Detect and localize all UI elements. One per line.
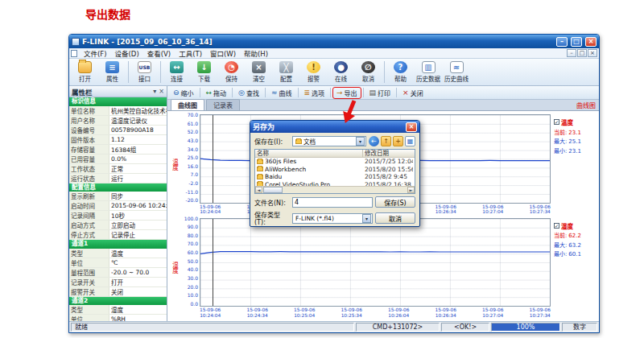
properties-panel-title: 属性栏	[72, 87, 93, 97]
chart-toolbar-curve-button[interactable]: ≈曲线	[268, 88, 295, 98]
chart-toolbar-close-button[interactable]: ×关闭	[399, 88, 427, 98]
chart-cursor[interactable]	[213, 115, 213, 203]
toolbar-online-button[interactable]: ●在线	[328, 60, 354, 84]
toolbar-button-label: 属性	[106, 74, 118, 83]
folder-icon	[257, 159, 263, 164]
up-folder-icon[interactable]: ↑	[381, 136, 391, 146]
save-button[interactable]: 保存(S)	[375, 196, 415, 208]
chevron-down-icon[interactable]: ▾	[362, 214, 371, 223]
scroll-left-icon[interactable]: ◄	[255, 187, 262, 193]
filename-input[interactable]	[292, 197, 373, 208]
annotation-arrow	[335, 100, 364, 126]
tab-curve-chart[interactable]: 曲线图	[171, 99, 204, 110]
y-tick-label: 60.0	[188, 249, 198, 255]
toolbar-properties-button[interactable]: ≡属性	[99, 60, 126, 84]
mdi-maximize-button[interactable]: □	[577, 49, 587, 57]
maximize-button[interactable]: □	[571, 37, 582, 47]
toolbar-config-button[interactable]: ╳配置	[273, 60, 299, 84]
clear-icon: ×	[252, 61, 266, 73]
x-tick-label: 15-09-0610:24:04	[200, 204, 221, 215]
legend-min: 最小:60.1	[554, 249, 594, 258]
chart-toolbar-zoom-out-button[interactable]: ⊖缩小	[170, 88, 197, 98]
pin-icon[interactable]: ▾	[153, 88, 156, 95]
menu-item-1[interactable]: 文件(F)	[80, 48, 111, 58]
x-tick-label: 15-09-0610:26:04	[388, 307, 409, 318]
chart-toolbar-export-button[interactable]: →导出	[333, 88, 361, 98]
y-tick-label: 0.0	[190, 301, 198, 307]
file-date: 2015/8/2 9:45	[365, 173, 413, 180]
horizontal-scrollbar[interactable]: ◄ ►	[255, 186, 415, 193]
toolbar-alarm-button[interactable]: !报警	[300, 60, 327, 84]
chart-toolbar-button-label: 曲线	[279, 89, 292, 97]
new-folder-icon[interactable]: +	[393, 136, 403, 146]
tab-row: 曲线图记录表曲线图	[167, 100, 599, 111]
chart-cursor[interactable]	[213, 219, 213, 307]
menu-item-2[interactable]: 设备(D)	[111, 48, 143, 58]
cancel-button[interactable]: 取消	[375, 212, 415, 224]
save-in-combobox[interactable]: 文档 ▾	[292, 136, 366, 146]
usb-icon: USB	[138, 61, 151, 73]
menu-item-4[interactable]: 工具(T)	[175, 48, 206, 58]
toolbar-history-data-button[interactable]: ▥历史数据	[415, 60, 442, 84]
toolbar-open-button[interactable]: 打开	[72, 60, 98, 84]
property-value: 00578900A18	[109, 126, 167, 134]
minimize-button[interactable]: –	[556, 37, 568, 47]
scrollbar-thumb[interactable]	[263, 187, 283, 193]
toolbar-button-label: 下载	[198, 74, 210, 83]
mdi-minimize-button[interactable]: –	[567, 49, 576, 57]
toolbar-connect-button[interactable]: ↔连接	[163, 60, 190, 84]
toolbar-separator	[298, 88, 299, 97]
back-icon[interactable]: ←	[369, 136, 379, 146]
help-icon: ?	[394, 61, 407, 73]
chart-toolbar-search-button[interactable]: ◎查找	[235, 88, 262, 98]
status-bar: 就绪CMD+131072><OK!>100%数字	[69, 321, 599, 332]
y-tick-label: -2.0	[188, 180, 198, 186]
property-row: 固件版本1.12	[69, 135, 167, 145]
toolbar-hold-button[interactable]: ◔保持	[218, 60, 245, 84]
menu-item-5[interactable]: 窗口(W)	[206, 48, 240, 58]
dialog-toolbar-icons: ←↑+▦	[369, 136, 415, 146]
y-axis-ticks: 70.061.052.043.034.025.016.07.0-2.0-11.0…	[179, 112, 200, 215]
mdi-window-controls: –□×	[566, 49, 597, 57]
scroll-right-icon[interactable]: ►	[407, 187, 415, 193]
file-list-item[interactable]: 360js Files2015/7/25 12:04	[255, 158, 415, 166]
chart-toolbar-pan-button[interactable]: ↔拖动	[203, 88, 230, 98]
filetype-select[interactable]: F-LINK (*.fl4) ▾	[292, 213, 373, 224]
toolbar-history-curve-button[interactable]: ≈历史曲线	[443, 60, 470, 84]
file-list-items: 360js Files2015/7/25 12:04AliWorkbench20…	[255, 158, 415, 186]
toolbar-usb-button[interactable]: USB接口	[131, 60, 158, 84]
legend-checkbox[interactable]: ✓	[554, 223, 559, 229]
tab-record-table[interactable]: 记录表	[206, 99, 240, 110]
close-button[interactable]: ×	[585, 37, 597, 47]
column-name[interactable]: 名称	[257, 150, 363, 157]
legend-current: 当前:23.1	[554, 128, 594, 136]
folder-icon	[257, 182, 263, 186]
mdi-close-button[interactable]: ×	[588, 49, 597, 57]
menu-item-6[interactable]: 帮助(H)	[240, 48, 272, 58]
view-menu-icon[interactable]: ▦	[405, 136, 415, 146]
dialog-close-button[interactable]: ×	[406, 122, 417, 132]
x-tick-label: 15-09-0610:25:04	[294, 307, 315, 318]
config-icon: ╳	[279, 61, 293, 73]
file-list-item[interactable]: Baidu2015/8/2 9:45	[255, 173, 415, 181]
toolbar-download-button[interactable]: ↓下载	[191, 60, 217, 84]
y-tick-label: 43.0	[188, 138, 198, 143]
property-label: 记录间隔	[69, 211, 109, 220]
toolbar-cancel-button[interactable]: ∅取消	[355, 60, 382, 84]
toolbar-help-button[interactable]: ?帮助	[387, 60, 414, 84]
chart-toolbar-options-button[interactable]: ≣选项	[301, 88, 328, 98]
panel-close-icon[interactable]: ×	[159, 88, 164, 95]
legend-series-row: ✓湿度	[554, 221, 594, 230]
connect-icon: ↔	[170, 61, 184, 73]
menu-item-3[interactable]: 查看(V)	[143, 48, 175, 58]
property-value: 记录停止	[109, 230, 167, 239]
property-label: 设备编号	[69, 126, 109, 134]
legend-checkbox[interactable]: ✓	[554, 119, 559, 125]
property-row: 类型湿度	[69, 305, 167, 315]
legend-series-name: 湿度	[561, 221, 573, 230]
column-date[interactable]: 修改日期	[363, 150, 413, 157]
file-list-item[interactable]: AliWorkbench2015/8/20 15:56	[255, 166, 415, 174]
toolbar-clear-button[interactable]: ×清空	[246, 60, 272, 84]
chart-toolbar-print-button[interactable]: ▤打印	[366, 88, 394, 98]
chevron-down-icon[interactable]: ▾	[356, 137, 365, 146]
